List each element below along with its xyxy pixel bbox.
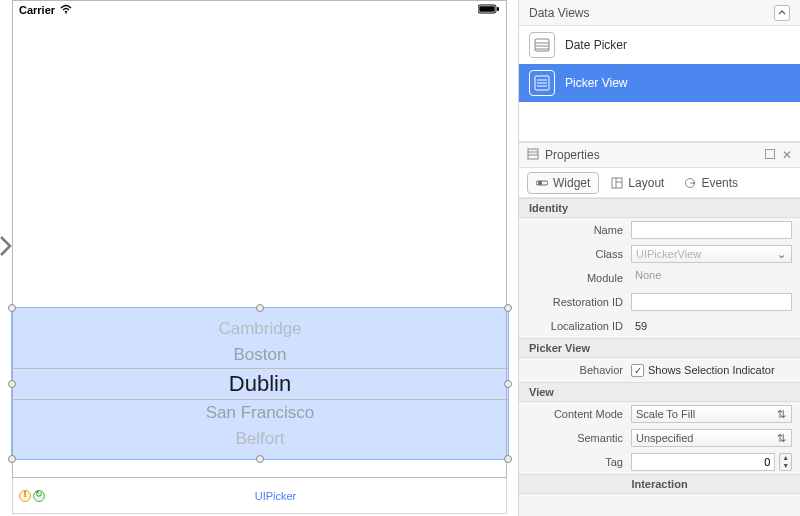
close-icon[interactable]: ✕ — [782, 148, 792, 162]
stepper-down-icon[interactable]: ▼ — [780, 462, 791, 470]
data-view-label: Picker View — [565, 76, 627, 90]
module-value: None — [631, 269, 792, 287]
content-mode-value: Scale To Fill — [636, 408, 695, 420]
tag-input[interactable] — [631, 453, 775, 471]
chevron-down-icon: ⌄ — [775, 248, 787, 261]
svg-point-16 — [538, 181, 542, 185]
picker-row: Belfort — [12, 426, 508, 452]
content-mode-select[interactable]: Scale To Fill ⇅ — [631, 405, 792, 423]
uipickerview-selection[interactable]: Cambridge Boston Dublin San Francisco Be… — [11, 307, 509, 460]
wifi-icon — [60, 4, 72, 16]
properties-icon — [527, 148, 539, 163]
svg-rect-3 — [497, 7, 499, 11]
inspector-panel: Data Views Date Picker Picker View Prope… — [519, 0, 800, 516]
shows-selection-indicator-checkbox[interactable]: ✓ — [631, 364, 644, 377]
canvas-footer: UIPicker — [12, 478, 507, 514]
label-module: Module — [519, 272, 631, 284]
resize-handle[interactable] — [256, 304, 264, 312]
resize-handle[interactable] — [504, 380, 512, 388]
resize-handle[interactable] — [8, 304, 16, 312]
label-tag: Tag — [519, 456, 631, 468]
label-behavior: Behavior — [519, 364, 631, 376]
class-value: UIPickerView — [636, 248, 701, 260]
label-name: Name — [519, 224, 631, 236]
label-restoration-id: Restoration ID — [519, 296, 631, 308]
data-view-picker-view[interactable]: Picker View — [519, 64, 800, 102]
picker-row: Cambridge — [12, 316, 508, 342]
footer-label[interactable]: UIPicker — [45, 487, 506, 505]
properties-tabs: Widget Layout Events — [519, 168, 800, 198]
date-picker-icon — [529, 32, 555, 58]
data-view-date-picker[interactable]: Date Picker — [519, 26, 800, 64]
section-interaction: Interaction — [519, 474, 800, 494]
data-view-label: Date Picker — [565, 38, 627, 52]
section-picker-view: Picker View — [519, 338, 800, 358]
svg-point-0 — [65, 12, 67, 14]
resize-handle[interactable] — [8, 380, 16, 388]
tab-label: Layout — [628, 176, 664, 190]
picker-row: Boston — [12, 342, 508, 368]
carrier-label: Carrier — [19, 4, 55, 16]
shows-selection-indicator-label: Shows Selection Indicator — [648, 364, 775, 376]
status-bar: Carrier — [13, 1, 506, 19]
detach-icon[interactable] — [765, 148, 775, 162]
resize-handle[interactable] — [504, 455, 512, 463]
data-views-list: Date Picker Picker View — [519, 26, 800, 142]
section-identity: Identity — [519, 198, 800, 218]
restoration-id-input[interactable] — [631, 293, 792, 311]
picker-view-icon — [529, 70, 555, 96]
picker-items: Cambridge Boston Dublin San Francisco Be… — [12, 308, 508, 459]
picker-row: San Francisco — [12, 400, 508, 426]
semantic-value: Unspecified — [636, 432, 693, 444]
name-input[interactable] — [631, 221, 792, 239]
label-class: Class — [519, 248, 631, 260]
localization-id-value: 59 — [631, 320, 647, 332]
tab-label: Events — [701, 176, 738, 190]
tab-events[interactable]: Events — [676, 173, 746, 193]
data-views-title: Data Views — [529, 6, 589, 20]
tab-label: Widget — [553, 176, 590, 190]
tab-widget[interactable]: Widget — [527, 172, 599, 194]
data-views-spacer — [519, 102, 800, 142]
label-content-mode: Content Mode — [519, 408, 631, 420]
properties-body: Identity Name Class UIPickerView ⌄ Modul… — [519, 198, 800, 516]
semantic-select[interactable]: Unspecified ⇅ — [631, 429, 792, 447]
properties-title: Properties — [545, 148, 600, 162]
tag-stepper[interactable]: ▲▼ — [779, 453, 792, 471]
svg-rect-17 — [612, 178, 622, 188]
warning-icon[interactable] — [19, 490, 31, 502]
label-semantic: Semantic — [519, 432, 631, 444]
resize-handle[interactable] — [504, 304, 512, 312]
picker-row-selected: Dublin — [12, 368, 508, 400]
collapse-button[interactable] — [774, 5, 790, 21]
data-views-header: Data Views — [519, 0, 800, 26]
updown-icon: ⇅ — [775, 432, 787, 445]
resize-handle[interactable] — [8, 455, 16, 463]
svg-rect-2 — [479, 6, 494, 11]
refresh-icon[interactable] — [33, 490, 45, 502]
updown-icon: ⇅ — [775, 408, 787, 421]
design-canvas: Carrier Cambridge Boston Dublin San Fran… — [0, 0, 519, 516]
tab-layout[interactable]: Layout — [603, 173, 672, 193]
properties-header: Properties ✕ — [519, 142, 800, 168]
label-localization-id: Localization ID — [519, 320, 631, 332]
class-select[interactable]: UIPickerView ⌄ — [631, 245, 792, 263]
battery-icon — [478, 4, 500, 16]
section-view: View — [519, 382, 800, 402]
stepper-up-icon[interactable]: ▲ — [780, 454, 791, 462]
svg-rect-12 — [528, 149, 538, 159]
resize-handle[interactable] — [256, 455, 264, 463]
